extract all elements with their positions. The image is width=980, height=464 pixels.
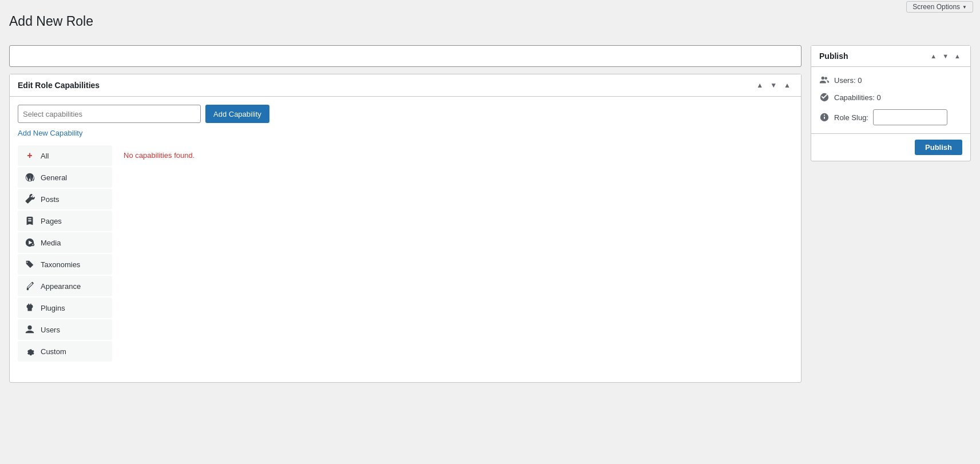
category-taxonomies-label: Taxonomies <box>41 260 80 269</box>
panel-minimize-btn[interactable]: ▲ <box>781 80 793 90</box>
publish-panel-header: Publish ▲ ▼ ▲ <box>811 46 970 67</box>
top-bar: Screen Options <box>0 0 980 14</box>
panel-controls: ▲ ▼ ▲ <box>754 80 793 90</box>
page-title: Add New Role <box>9 14 971 29</box>
main-layout: Edit Role Capabilities ▲ ▼ ▲ Add Capabil… <box>0 36 980 392</box>
category-appearance[interactable]: Appearance <box>18 276 112 296</box>
capabilities-panel-header: Edit Role Capabilities ▲ ▼ ▲ <box>10 74 801 97</box>
category-appearance-label: Appearance <box>41 282 81 291</box>
add-new-capability-link[interactable]: Add New Capability <box>18 129 82 137</box>
category-posts[interactable]: Posts <box>18 189 112 209</box>
sidebar-panel: Publish ▲ ▼ ▲ Users: 0 <box>811 45 971 161</box>
role-slug-label: Role Slug: <box>834 113 868 122</box>
role-name-input[interactable] <box>9 45 802 67</box>
capabilities-panel-body: Add Capability Add New Capability + All <box>10 97 801 382</box>
users-meta-row: Users: 0 <box>819 75 962 85</box>
checkmark-circle-icon <box>819 92 830 102</box>
info-icon <box>819 112 830 122</box>
category-pages-label: Pages <box>41 217 62 225</box>
wordpress-icon <box>25 172 35 183</box>
screen-options-button[interactable]: Screen Options <box>906 1 973 13</box>
wrench-icon <box>25 194 35 204</box>
publish-panel-down-btn[interactable]: ▼ <box>941 51 950 61</box>
users-count-label: Users: 0 <box>834 76 862 85</box>
publish-panel-controls: ▲ ▼ ▲ <box>929 51 962 61</box>
publish-button[interactable]: Publish <box>915 140 962 155</box>
publish-panel-up-btn[interactable]: ▲ <box>929 51 938 61</box>
category-all[interactable]: + All <box>18 145 112 166</box>
plus-icon: + <box>25 150 35 161</box>
capabilities-sidebar: + All General <box>18 145 112 374</box>
category-users-label: Users <box>41 326 60 334</box>
category-plugins[interactable]: Plugins <box>18 298 112 318</box>
tag-icon <box>25 259 35 269</box>
panel-collapse-up-btn[interactable]: ▲ <box>754 80 765 90</box>
publish-panel-body: Users: 0 Capabilities: 0 <box>811 67 970 133</box>
category-media[interactable]: Media <box>18 232 112 253</box>
media-icon <box>25 237 35 248</box>
capabilities-meta-row: Capabilities: 0 <box>819 92 962 102</box>
add-capability-button[interactable]: Add Capability <box>205 105 269 123</box>
role-slug-row: Role Slug: <box>819 109 962 125</box>
publish-panel-footer: Publish <box>811 133 970 161</box>
category-posts-label: Posts <box>41 195 59 204</box>
publish-panel-minimize-btn[interactable]: ▲ <box>953 51 962 61</box>
gear-icon <box>25 346 35 356</box>
capabilities-count-label: Capabilities: 0 <box>834 93 881 102</box>
category-custom-label: Custom <box>41 347 66 356</box>
content-area: Edit Role Capabilities ▲ ▼ ▲ Add Capabil… <box>9 45 802 383</box>
brush-icon <box>25 281 35 291</box>
users-icon <box>819 75 830 85</box>
category-media-label: Media <box>41 239 61 247</box>
category-all-label: All <box>41 152 49 160</box>
capabilities-panel-title: Edit Role Capabilities <box>18 81 100 90</box>
category-users[interactable]: Users <box>18 319 112 340</box>
no-capabilities-message: No capabilities found. <box>124 151 195 160</box>
capabilities-panel: Edit Role Capabilities ▲ ▼ ▲ Add Capabil… <box>9 74 802 383</box>
category-taxonomies[interactable]: Taxonomies <box>18 254 112 275</box>
capabilities-content: + All General <box>18 145 793 374</box>
publish-panel: Publish ▲ ▼ ▲ Users: 0 <box>811 45 971 161</box>
category-pages[interactable]: Pages <box>18 211 112 231</box>
category-custom[interactable]: Custom <box>18 341 112 362</box>
category-plugins-label: Plugins <box>41 304 65 312</box>
plugin-icon <box>25 303 35 313</box>
user-icon <box>25 324 35 335</box>
capabilities-search-row: Add Capability <box>18 105 793 123</box>
capabilities-main-content: No capabilities found. <box>112 145 793 374</box>
category-general[interactable]: General <box>18 167 112 188</box>
category-general-label: General <box>41 173 67 182</box>
publish-panel-title: Publish <box>819 51 848 61</box>
pages-icon <box>25 216 35 226</box>
panel-collapse-down-btn[interactable]: ▼ <box>768 80 779 90</box>
role-slug-input[interactable] <box>873 109 947 125</box>
capabilities-search-input[interactable] <box>18 105 201 123</box>
